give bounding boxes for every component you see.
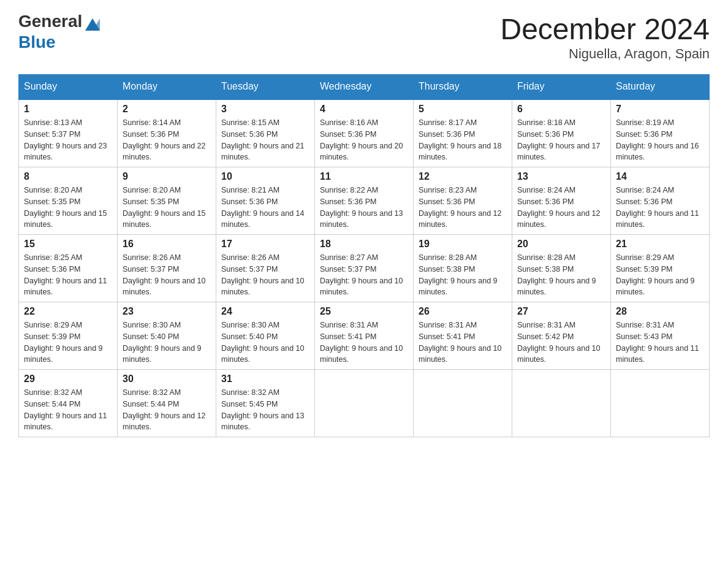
logo-triangle-icon [84,16,101,33]
weekday-header-monday: Monday [118,75,216,99]
day-number: 23 [123,306,211,317]
weekday-header-friday: Friday [512,75,611,99]
day-info: Sunrise: 8:24 AMSunset: 5:36 PMDaylight:… [517,185,605,231]
logo-blue-text: Blue [18,33,56,52]
day-info: Sunrise: 8:14 AMSunset: 5:36 PMDaylight:… [123,117,211,163]
logo: General Blue [18,12,101,52]
page-title: December 2024 [500,12,710,46]
day-number: 19 [419,239,507,250]
day-number: 20 [517,239,605,250]
day-info: Sunrise: 8:20 AMSunset: 5:35 PMDaylight:… [24,185,112,231]
calendar-week-row: 29Sunrise: 8:32 AMSunset: 5:44 PMDayligh… [19,370,710,437]
day-number: 17 [221,239,309,250]
day-info: Sunrise: 8:30 AMSunset: 5:40 PMDaylight:… [123,320,211,366]
calendar-day-cell: 14Sunrise: 8:24 AMSunset: 5:36 PMDayligh… [611,167,710,235]
day-number: 6 [517,104,605,115]
calendar-day-cell [611,370,710,437]
day-info: Sunrise: 8:31 AMSunset: 5:41 PMDaylight:… [320,320,408,366]
calendar-day-cell: 10Sunrise: 8:21 AMSunset: 5:36 PMDayligh… [216,167,315,235]
day-number: 7 [616,104,704,115]
calendar-day-cell: 11Sunrise: 8:22 AMSunset: 5:36 PMDayligh… [315,167,414,235]
weekday-header-wednesday: Wednesday [315,75,414,99]
day-number: 2 [123,104,211,115]
day-info: Sunrise: 8:17 AMSunset: 5:36 PMDaylight:… [419,117,507,163]
weekday-header-thursday: Thursday [414,75,512,99]
day-info: Sunrise: 8:28 AMSunset: 5:38 PMDaylight:… [419,252,507,298]
calendar-day-cell: 3Sunrise: 8:15 AMSunset: 5:36 PMDaylight… [216,99,315,167]
day-info: Sunrise: 8:30 AMSunset: 5:40 PMDaylight:… [221,320,309,366]
day-info: Sunrise: 8:13 AMSunset: 5:37 PMDaylight:… [24,117,112,163]
day-number: 15 [24,239,112,250]
calendar-day-cell: 1Sunrise: 8:13 AMSunset: 5:37 PMDaylight… [19,99,118,167]
calendar-day-cell: 31Sunrise: 8:32 AMSunset: 5:45 PMDayligh… [216,370,315,437]
day-number: 13 [517,171,605,182]
day-number: 28 [616,306,704,317]
day-number: 16 [123,239,211,250]
calendar-header-row: SundayMondayTuesdayWednesdayThursdayFrid… [19,75,710,99]
logo-general-text: General [18,12,82,31]
day-info: Sunrise: 8:23 AMSunset: 5:36 PMDaylight:… [419,185,507,231]
calendar-day-cell: 24Sunrise: 8:30 AMSunset: 5:40 PMDayligh… [216,302,315,370]
calendar-day-cell: 17Sunrise: 8:26 AMSunset: 5:37 PMDayligh… [216,235,315,302]
calendar-day-cell: 12Sunrise: 8:23 AMSunset: 5:36 PMDayligh… [414,167,512,235]
day-number: 1 [24,104,112,115]
calendar-week-row: 15Sunrise: 8:25 AMSunset: 5:36 PMDayligh… [19,235,710,302]
calendar-day-cell: 7Sunrise: 8:19 AMSunset: 5:36 PMDaylight… [611,99,710,167]
calendar-day-cell: 22Sunrise: 8:29 AMSunset: 5:39 PMDayligh… [19,302,118,370]
calendar-day-cell [512,370,611,437]
day-info: Sunrise: 8:31 AMSunset: 5:41 PMDaylight:… [419,320,507,366]
page-header: General Blue December 2024 Niguella, Ara… [18,12,710,62]
day-number: 31 [221,373,309,385]
day-info: Sunrise: 8:28 AMSunset: 5:38 PMDaylight:… [517,252,605,298]
day-number: 8 [24,171,112,182]
calendar-day-cell: 29Sunrise: 8:32 AMSunset: 5:44 PMDayligh… [19,370,118,437]
calendar-day-cell: 27Sunrise: 8:31 AMSunset: 5:42 PMDayligh… [512,302,611,370]
day-number: 24 [221,306,309,317]
calendar-day-cell [315,370,414,437]
day-number: 5 [419,104,507,115]
calendar-day-cell: 26Sunrise: 8:31 AMSunset: 5:41 PMDayligh… [414,302,512,370]
day-number: 18 [320,239,408,250]
day-info: Sunrise: 8:32 AMSunset: 5:45 PMDaylight:… [221,387,309,433]
calendar-day-cell: 18Sunrise: 8:27 AMSunset: 5:37 PMDayligh… [315,235,414,302]
calendar-day-cell: 5Sunrise: 8:17 AMSunset: 5:36 PMDaylight… [414,99,512,167]
day-number: 27 [517,306,605,317]
calendar-day-cell: 6Sunrise: 8:18 AMSunset: 5:36 PMDaylight… [512,99,611,167]
day-info: Sunrise: 8:31 AMSunset: 5:43 PMDaylight:… [616,320,704,366]
day-number: 9 [123,171,211,182]
calendar-day-cell [414,370,512,437]
day-info: Sunrise: 8:24 AMSunset: 5:36 PMDaylight:… [616,185,704,231]
day-info: Sunrise: 8:15 AMSunset: 5:36 PMDaylight:… [221,117,309,163]
calendar-week-row: 22Sunrise: 8:29 AMSunset: 5:39 PMDayligh… [19,302,710,370]
calendar-day-cell: 20Sunrise: 8:28 AMSunset: 5:38 PMDayligh… [512,235,611,302]
calendar-day-cell: 15Sunrise: 8:25 AMSunset: 5:36 PMDayligh… [19,235,118,302]
calendar-day-cell: 9Sunrise: 8:20 AMSunset: 5:35 PMDaylight… [118,167,216,235]
calendar-day-cell: 2Sunrise: 8:14 AMSunset: 5:36 PMDaylight… [118,99,216,167]
calendar-week-row: 1Sunrise: 8:13 AMSunset: 5:37 PMDaylight… [19,99,710,167]
day-number: 12 [419,171,507,182]
day-info: Sunrise: 8:19 AMSunset: 5:36 PMDaylight:… [616,117,704,163]
page-subtitle: Niguella, Aragon, Spain [500,46,710,62]
title-block: December 2024 Niguella, Aragon, Spain [500,12,710,62]
calendar-day-cell: 19Sunrise: 8:28 AMSunset: 5:38 PMDayligh… [414,235,512,302]
weekday-header-saturday: Saturday [611,75,710,99]
day-info: Sunrise: 8:29 AMSunset: 5:39 PMDaylight:… [24,320,112,366]
calendar-day-cell: 21Sunrise: 8:29 AMSunset: 5:39 PMDayligh… [611,235,710,302]
calendar-day-cell: 23Sunrise: 8:30 AMSunset: 5:40 PMDayligh… [118,302,216,370]
day-number: 29 [24,373,112,385]
day-info: Sunrise: 8:20 AMSunset: 5:35 PMDaylight:… [123,185,211,231]
day-info: Sunrise: 8:25 AMSunset: 5:36 PMDaylight:… [24,252,112,298]
day-number: 22 [24,306,112,317]
day-number: 25 [320,306,408,317]
calendar-day-cell: 28Sunrise: 8:31 AMSunset: 5:43 PMDayligh… [611,302,710,370]
calendar-day-cell: 13Sunrise: 8:24 AMSunset: 5:36 PMDayligh… [512,167,611,235]
day-info: Sunrise: 8:18 AMSunset: 5:36 PMDaylight:… [517,117,605,163]
weekday-header-sunday: Sunday [19,75,118,99]
day-info: Sunrise: 8:32 AMSunset: 5:44 PMDaylight:… [24,387,112,433]
day-info: Sunrise: 8:16 AMSunset: 5:36 PMDaylight:… [320,117,408,163]
calendar-table: SundayMondayTuesdayWednesdayThursdayFrid… [18,74,710,437]
day-info: Sunrise: 8:22 AMSunset: 5:36 PMDaylight:… [320,185,408,231]
day-info: Sunrise: 8:32 AMSunset: 5:44 PMDaylight:… [123,387,211,433]
day-info: Sunrise: 8:21 AMSunset: 5:36 PMDaylight:… [221,185,309,231]
day-info: Sunrise: 8:26 AMSunset: 5:37 PMDaylight:… [221,252,309,298]
